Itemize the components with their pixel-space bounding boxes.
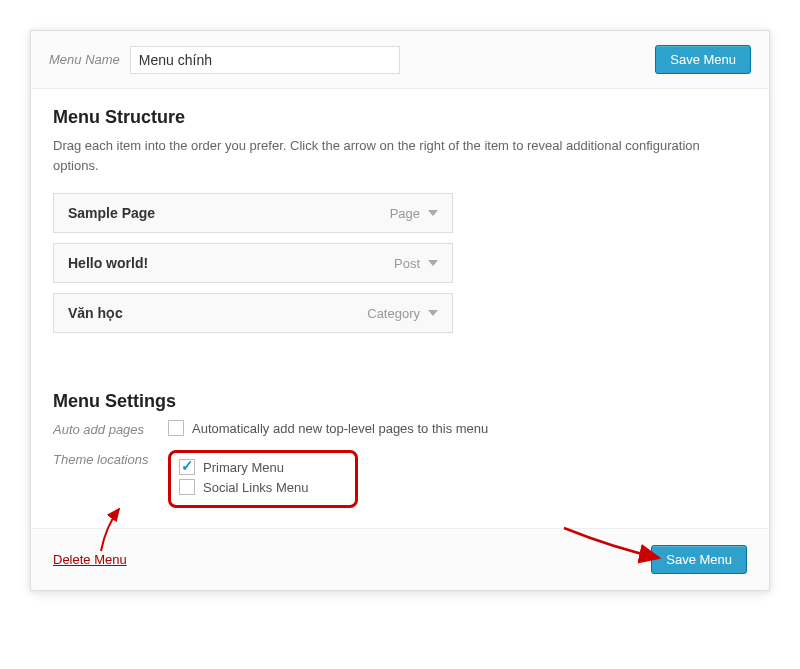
menu-settings-title: Menu Settings xyxy=(53,391,747,412)
chevron-down-icon[interactable] xyxy=(428,310,438,316)
menu-name-label: Menu Name xyxy=(49,52,120,67)
panel-footer: Delete Menu Save Menu xyxy=(31,528,769,590)
menu-structure-description: Drag each item into the order you prefer… xyxy=(53,136,747,175)
menu-item-type: Post xyxy=(394,256,420,271)
menu-item-type: Category xyxy=(367,306,420,321)
theme-location-option[interactable]: Social Links Menu xyxy=(179,479,347,495)
auto-add-pages-text: Automatically add new top-level pages to… xyxy=(192,421,488,436)
delete-menu-link[interactable]: Delete Menu xyxy=(53,552,127,567)
menu-item-type: Page xyxy=(390,206,420,221)
theme-location-option[interactable]: Primary Menu xyxy=(179,459,347,475)
menu-edit-panel: Menu Name Save Menu Menu Structure Drag … xyxy=(30,30,770,591)
auto-add-pages-checkbox[interactable] xyxy=(168,420,184,436)
menu-name-input[interactable] xyxy=(130,46,400,74)
primary-menu-checkbox[interactable] xyxy=(179,459,195,475)
menu-item[interactable]: Văn học Category xyxy=(53,293,453,333)
menu-structure-title: Menu Structure xyxy=(53,107,747,128)
auto-add-pages-row: Auto add pages Automatically add new top… xyxy=(53,420,747,440)
menu-structure-section: Menu Structure Drag each item into the o… xyxy=(31,89,769,373)
chevron-down-icon[interactable] xyxy=(428,210,438,216)
menu-item[interactable]: Sample Page Page xyxy=(53,193,453,233)
menu-item-title: Hello world! xyxy=(68,255,148,271)
theme-locations-highlight: Primary Menu Social Links Menu xyxy=(168,450,358,508)
theme-locations-label: Theme locations xyxy=(53,450,168,467)
panel-header: Menu Name Save Menu xyxy=(31,31,769,89)
menu-item-title: Văn học xyxy=(68,305,123,321)
menu-settings-section: Menu Settings Auto add pages Automatical… xyxy=(31,373,769,528)
menu-items-list: Sample Page Page Hello world! Post Văn h… xyxy=(53,193,453,333)
menu-item[interactable]: Hello world! Post xyxy=(53,243,453,283)
social-links-menu-checkbox[interactable] xyxy=(179,479,195,495)
auto-add-pages-option[interactable]: Automatically add new top-level pages to… xyxy=(168,420,747,436)
theme-locations-row: Theme locations Primary Menu Social Link… xyxy=(53,450,747,508)
save-menu-button-top[interactable]: Save Menu xyxy=(655,45,751,74)
theme-location-text: Primary Menu xyxy=(203,460,284,475)
save-menu-button-bottom[interactable]: Save Menu xyxy=(651,545,747,574)
chevron-down-icon[interactable] xyxy=(428,260,438,266)
auto-add-pages-label: Auto add pages xyxy=(53,420,168,437)
menu-item-title: Sample Page xyxy=(68,205,155,221)
theme-location-text: Social Links Menu xyxy=(203,480,309,495)
